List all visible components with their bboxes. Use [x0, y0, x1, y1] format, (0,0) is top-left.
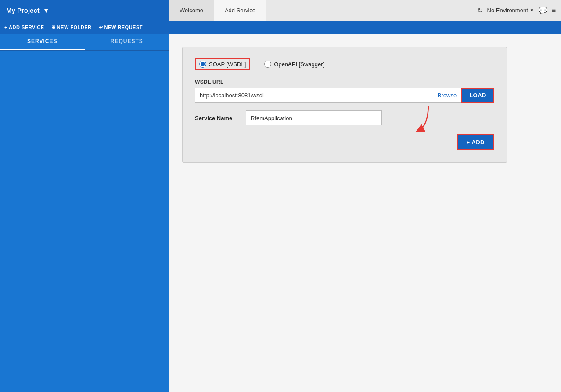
wsdl-url-input[interactable]: [195, 88, 433, 103]
content-area: SOAP [WSDL] OpenAPI [Swagger] WSDL URL B…: [169, 34, 561, 392]
load-button[interactable]: LOAD: [461, 88, 494, 103]
openapi-label: OpenAPI [Swagger]: [274, 61, 324, 68]
new-folder-button[interactable]: ⊞ NEW FOLDER: [51, 25, 92, 30]
add-button-row: + ADD: [195, 134, 494, 150]
sidebar: SERVICES REQUESTS: [0, 34, 169, 392]
sidebar-tab-requests[interactable]: REQUESTS: [85, 34, 169, 50]
service-name-row: Service Name: [195, 110, 494, 125]
soap-radio-input[interactable]: [199, 61, 206, 68]
environment-selector[interactable]: No Environment ▼: [487, 7, 534, 14]
hamburger-menu-icon[interactable]: ≡: [552, 7, 556, 14]
url-row: Browse LOAD: [195, 88, 494, 103]
tab-add-service[interactable]: Add Service: [214, 0, 266, 21]
soap-wsdl-option[interactable]: SOAP [WSDL]: [195, 58, 250, 70]
sidebar-tabs: SERVICES REQUESTS: [0, 34, 169, 51]
refresh-icon[interactable]: ↻: [477, 6, 483, 14]
service-name-input[interactable]: [246, 110, 382, 125]
browse-link[interactable]: Browse: [433, 88, 461, 103]
service-name-label: Service Name: [195, 115, 239, 121]
message-icon[interactable]: 💬: [539, 6, 547, 14]
wsdl-url-label: WSDL URL: [195, 79, 494, 85]
add-service-button[interactable]: + ADD SERVICE: [4, 25, 44, 30]
openapi-option[interactable]: OpenAPI [Swagger]: [261, 58, 328, 70]
top-bar: My Project ▼ Welcome Add Service ↻ No En…: [0, 0, 561, 21]
openapi-radio-input[interactable]: [264, 61, 271, 68]
env-caret-icon: ▼: [530, 8, 534, 13]
top-right-controls: ↻ No Environment ▼ 💬 ≡: [472, 0, 561, 21]
project-name: My Project: [6, 7, 40, 14]
tab-welcome[interactable]: Welcome: [169, 0, 214, 21]
service-type-radio-group: SOAP [WSDL] OpenAPI [Swagger]: [195, 58, 494, 70]
soap-label: SOAP [WSDL]: [209, 61, 246, 68]
sub-bar: + ADD SERVICE ⊞ NEW FOLDER ↩ NEW REQUEST: [0, 21, 561, 34]
new-request-button[interactable]: ↩ NEW REQUEST: [99, 25, 143, 30]
tabs-area: Welcome Add Service ↻ No Environment ▼ 💬…: [169, 0, 561, 21]
main-layout: SERVICES REQUESTS SOAP [WSDL] OpenAPI [S…: [0, 34, 561, 392]
add-button[interactable]: + ADD: [457, 134, 494, 150]
sidebar-tab-services[interactable]: SERVICES: [0, 34, 85, 50]
project-chevron[interactable]: ▼: [43, 7, 50, 14]
add-service-form: SOAP [WSDL] OpenAPI [Swagger] WSDL URL B…: [182, 47, 507, 163]
project-title-area: My Project ▼: [0, 0, 169, 21]
